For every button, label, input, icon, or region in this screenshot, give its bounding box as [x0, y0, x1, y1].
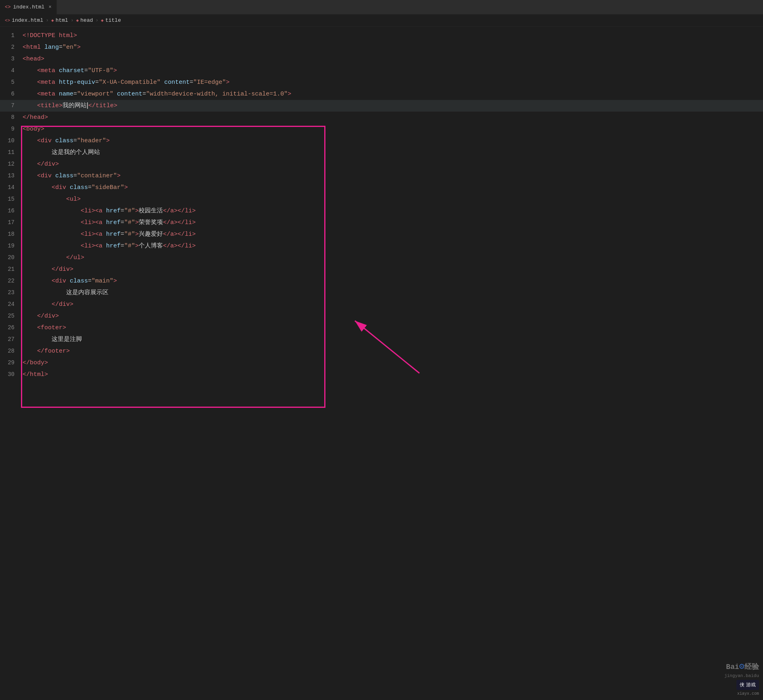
- watermark-area: Bai⚙经验 jingyan.baidu 侠 游戏 xiayx.com: [724, 661, 759, 696]
- line-num-22: 22: [0, 275, 21, 287]
- code-line-15: 15 <ul>: [0, 193, 763, 205]
- code-line-17: 17 <li><a href="#">荣誉奖项</a></li>: [0, 217, 763, 228]
- code-line-4: 4 <meta charset="UTF-8">: [0, 65, 763, 77]
- breadcrumb-html-label: html: [56, 17, 68, 23]
- code-line-8: 8 </head>: [0, 112, 763, 123]
- tab-close-button[interactable]: ×: [48, 4, 51, 10]
- code-line-5: 5 <meta http-equiv="X-UA-Compatible" con…: [0, 77, 763, 88]
- line-num-19: 19: [0, 240, 21, 251]
- code-line-18: 18 <li><a href="#">兴趣爱好</a></li>: [0, 228, 763, 240]
- file-breadcrumb-icon: <>: [5, 18, 10, 23]
- editor-wrapper: 1 <!DOCTYPE html> 2 <html lang="en"> 3 <…: [0, 27, 763, 384]
- line-num-10: 10: [0, 135, 21, 146]
- line-num-3: 3: [0, 53, 21, 64]
- line-content-6: <meta name="viewport" content="width=dev…: [21, 89, 763, 100]
- line-content-7: <title>我的网站</title>: [21, 100, 763, 112]
- line-num-17: 17: [0, 217, 21, 228]
- line-num-27: 27: [0, 334, 21, 345]
- breadcrumb-item-title: ◈ title: [101, 17, 121, 23]
- line-content-23: 这是内容展示区: [21, 287, 763, 299]
- breadcrumb-item-head: ◈ head: [76, 17, 93, 23]
- line-num-25: 25: [0, 310, 21, 322]
- line-content-11: 这是我的个人网站: [21, 147, 763, 158]
- line-content-16: <li><a href="#">校园生活</a></li>: [21, 206, 763, 217]
- line-num-26: 26: [0, 322, 21, 333]
- line-num-9: 9: [0, 123, 21, 135]
- breadcrumb-file-label: index.html: [12, 17, 43, 23]
- code-line-9: 9 <body>: [0, 123, 763, 135]
- tab-bar: <> index.html ×: [0, 0, 763, 15]
- breadcrumb: <> index.html › ◈ html › ◈ head › ◈ titl…: [0, 15, 763, 27]
- tab-label: index.html: [13, 4, 44, 10]
- line-num-16: 16: [0, 205, 21, 216]
- line-num-11: 11: [0, 147, 21, 158]
- line-content-20: </ul>: [21, 252, 763, 264]
- line-content-29: </body>: [21, 357, 763, 369]
- line-content-14: <div class="sideBar">: [21, 182, 763, 193]
- code-line-29: 29 </body>: [0, 357, 763, 369]
- breadcrumb-sep-2: ›: [71, 17, 74, 23]
- line-content-30: </html>: [21, 369, 763, 380]
- code-line-3: 3 <head>: [0, 53, 763, 65]
- game-badge: 侠 游戏: [736, 680, 759, 690]
- code-line-1: 1 <!DOCTYPE html>: [0, 30, 763, 42]
- html-breadcrumb-icon: ◈: [51, 18, 54, 23]
- breadcrumb-item-html: ◈ html: [51, 17, 68, 23]
- line-content-4: <meta charset="UTF-8">: [21, 65, 763, 77]
- line-num-12: 12: [0, 158, 21, 170]
- line-num-21: 21: [0, 264, 21, 275]
- line-num-23: 23: [0, 287, 21, 298]
- line-content-10: <div class="header">: [21, 135, 763, 147]
- line-num-20: 20: [0, 252, 21, 263]
- code-line-19: 19 <li><a href="#">个人博客</a></li>: [0, 240, 763, 252]
- code-line-2: 2 <html lang="en">: [0, 42, 763, 53]
- breadcrumb-sep-3: ›: [96, 17, 99, 23]
- breadcrumb-sep-1: ›: [46, 17, 49, 23]
- line-num-1: 1: [0, 30, 21, 41]
- code-line-27: 27 这里是注脚: [0, 334, 763, 345]
- line-content-5: <meta http-equiv="X-UA-Compatible" conte…: [21, 77, 763, 88]
- code-line-14: 14 <div class="sideBar">: [0, 182, 763, 193]
- line-content-21: </div>: [21, 264, 763, 275]
- code-line-26: 26 <footer>: [0, 322, 763, 334]
- code-line-23: 23 这是内容展示区: [0, 287, 763, 299]
- code-line-7: 7 <title>我的网站</title>: [0, 100, 763, 112]
- code-line-11: 11 这是我的个人网站: [0, 147, 763, 158]
- line-num-28: 28: [0, 345, 21, 357]
- line-content-26: <footer>: [21, 322, 763, 334]
- line-content-3: <head>: [21, 54, 763, 65]
- code-line-21: 21 </div>: [0, 264, 763, 275]
- line-num-29: 29: [0, 357, 21, 368]
- line-num-24: 24: [0, 299, 21, 310]
- text-cursor: [87, 102, 88, 109]
- code-editor[interactable]: 1 <!DOCTYPE html> 2 <html lang="en"> 3 <…: [0, 27, 763, 384]
- code-line-20: 20 </ul>: [0, 252, 763, 264]
- line-content-18: <li><a href="#">兴趣爱好</a></li>: [21, 229, 763, 240]
- line-content-22: <div class="main">: [21, 276, 763, 287]
- code-line-10: 10 <div class="header">: [0, 135, 763, 147]
- line-content-17: <li><a href="#">荣誉奖项</a></li>: [21, 217, 763, 228]
- code-line-30: 30 </html>: [0, 369, 763, 380]
- line-num-5: 5: [0, 77, 21, 88]
- line-num-2: 2: [0, 42, 21, 53]
- code-line-22: 22 <div class="main">: [0, 275, 763, 287]
- line-num-7: 7: [0, 100, 21, 111]
- breadcrumb-title-label: title: [105, 17, 121, 23]
- line-content-25: </div>: [21, 311, 763, 322]
- code-line-16: 16 <li><a href="#">校园生活</a></li>: [0, 205, 763, 217]
- line-num-14: 14: [0, 182, 21, 193]
- line-num-30: 30: [0, 369, 21, 380]
- code-line-28: 28 </footer>: [0, 345, 763, 357]
- game-icon: 侠: [740, 681, 744, 688]
- line-content-24: </div>: [21, 299, 763, 310]
- line-content-2: <html lang="en">: [21, 42, 763, 53]
- tab-index-html[interactable]: <> index.html ×: [0, 0, 57, 15]
- baidu-logo: Bai⚙经验: [726, 661, 759, 672]
- breadcrumb-head-label: head: [80, 17, 93, 23]
- line-num-13: 13: [0, 170, 21, 181]
- line-num-15: 15: [0, 193, 21, 205]
- line-content-1: <!DOCTYPE html>: [21, 30, 763, 42]
- file-icon: <>: [5, 4, 10, 10]
- line-num-6: 6: [0, 88, 21, 100]
- code-line-13: 13 <div class="container">: [0, 170, 763, 182]
